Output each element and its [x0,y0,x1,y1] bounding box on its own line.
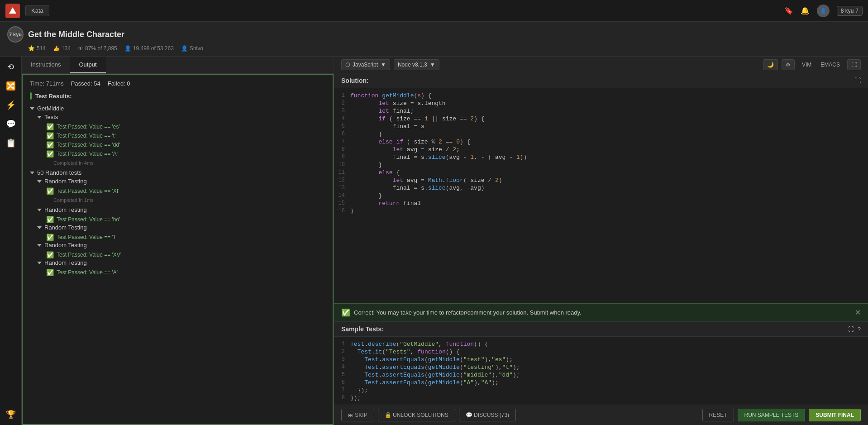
logo[interactable] [5,4,20,18]
sidebar-icon-docs[interactable]: 📋 [6,138,16,148]
code-line: 12 let avg = Math.floor( size / 2) [334,177,868,184]
vim-emacs-toggle: VIM EMACS [798,59,844,70]
settings-button[interactable]: ⚙ [782,59,795,70]
test-item-label: Test Passed: Value == 'es' [57,124,120,130]
fullscreen-button[interactable]: ⛶ [847,59,861,70]
random-subgroup-1: Random Testing ✅ Test Passed: Value == '… [30,178,325,203]
tabs: Instructions Output [22,57,334,74]
close-banner-button[interactable]: ✕ [855,308,861,317]
random-header[interactable]: 50 Random tests [30,169,325,176]
help-icon[interactable]: ? [858,326,861,333]
unlock-solutions-button[interactable]: 🔒 UNLOCK SOLUTIONS [378,409,455,421]
sidebar-icon-flash[interactable]: ⚡ [6,100,16,110]
random-subgroup-4: Random Testing ✅ Test Passed: Value == '… [30,242,325,259]
triangle-down-icon [30,107,34,110]
code-editor[interactable]: 1 function getMiddle(s) { 2 let size = s… [334,88,868,303]
sidebar-icon-kata[interactable]: ⟲ [7,62,14,72]
sidebar-icon-trophy[interactable]: 🏆 [6,410,16,420]
language-selector[interactable]: ⬡ JavaScript ▼ [341,59,390,70]
random-testing-header-2[interactable]: Random Testing [37,206,325,213]
test-item-label: Test Passed: Value == 'ho' [57,216,120,223]
sample-code-line: 6 Test.assertEquals(getMiddle("A"),"A"); [334,379,868,387]
sidebar-icon-train[interactable]: 🔀 [6,81,16,91]
getmiddle-header[interactable]: GetMiddle [30,105,325,112]
submit-final-button[interactable]: SUBMIT FINAL [809,409,861,421]
rank-badge: 8 kyu 7 [837,6,863,16]
code-line: 10 } [334,161,868,169]
sample-code-editor[interactable]: 1 Test.describe("GetMiddle", function() … [334,337,868,405]
random-testing-header-4[interactable]: Random Testing [37,242,325,248]
test-item: ✅ Test Passed: Value == 'es' [37,122,325,131]
test-item-label: Test Passed: Value == 't' [57,133,115,139]
run-sample-tests-button[interactable]: RUN SAMPLE TESTS [738,409,806,421]
reset-button[interactable]: RESET [702,409,734,421]
check-icon: ✅ [46,187,54,195]
bell-icon[interactable]: 🔔 [801,6,810,15]
completed-label: Completed in 1ms [37,197,325,203]
bookmark-icon[interactable]: 🔖 [784,6,793,15]
test-group-getmiddle: GetMiddle Tests ✅ Test Passed: Value == … [30,105,325,166]
theme-toggle-button[interactable]: 🌙 [763,59,778,70]
author-meta: 👤 Shivo [181,45,203,52]
sidebar-icon-chat[interactable]: 💬 [6,119,16,129]
sample-code-line: 1 Test.describe("GetMiddle", function() … [334,340,868,348]
test-item: ✅ Test Passed: Value == 'A' [37,149,325,158]
sample-code-line: 5 Test.assertEquals(getMiddle("middle"),… [334,371,868,379]
random-testing-label-2: Random Testing [44,206,87,213]
triangle-down-icon [30,172,34,174]
completed-label: Completed in 4ms [37,160,325,166]
stars-meta: ⭐ 514 [28,45,46,52]
triangle-down-icon [37,244,42,247]
triangle-down-icon [37,209,42,211]
triangle-down-icon [37,262,42,264]
expand-icon[interactable]: ⛶ [854,77,861,84]
test-item: ✅ Test Passed: Value == 'dd' [37,140,325,149]
random-subgroup-2: Random Testing ✅ Test Passed: Value == '… [30,206,325,224]
editor-toolbar: ⬡ JavaScript ▼ Node v8.1.3 ▼ 🌙 ⚙ VIM EMA… [334,57,868,73]
completion-meta: 👁 87% of 7,895 [78,45,117,52]
random-testing-label: Random Testing [44,178,87,185]
failed-label: Failed: 0 [108,80,130,87]
random-testing-header-5[interactable]: Random Testing [37,259,325,266]
emacs-button[interactable]: EMACS [817,60,844,70]
code-line: 5 final = s [334,123,868,130]
solution-title: Solution: [341,77,369,84]
code-line: 1 function getMiddle(s) { [334,92,868,100]
code-line: 11 else { [334,169,868,177]
check-icon: ✅ [46,123,54,130]
test-time-bar: Time: 711ms Passed: 54 Failed: 0 [30,80,325,87]
tab-output[interactable]: Output [70,57,105,73]
sample-tests-title: Sample Tests: [341,325,384,333]
test-item-label: Test Passed: Value == 'dd' [57,142,120,148]
triangle-down-icon [37,116,42,119]
random-testing-header[interactable]: Random Testing [37,178,325,185]
passed-label: Passed: 54 [71,80,100,87]
tab-instructions[interactable]: Instructions [22,57,70,73]
random-testing-header-3[interactable]: Random Testing [37,224,325,231]
random-testing-label-3: Random Testing [44,224,87,231]
language-label: JavaScript [353,62,378,68]
avatar[interactable]: 👤 [817,5,830,17]
skip-button[interactable]: ⏭ SKIP [341,409,374,421]
vim-button[interactable]: VIM [798,60,815,70]
svg-marker-0 [9,7,16,14]
test-item: ✅ Test Passed: Value == 't' [37,131,325,140]
tests-header[interactable]: Tests [37,114,325,120]
code-line: 3 let final; [334,107,868,115]
sample-code-line: 7 }); [334,387,868,394]
sample-tests-header: Sample Tests: ⛶ ? [334,321,868,337]
chevron-down-icon: ▼ [430,62,435,68]
random-label: 50 Random tests [37,169,81,176]
discuss-button[interactable]: 💬 DISCUSS (73) [459,409,516,421]
check-icon: ✅ [46,132,54,139]
left-panel: Instructions Output Time: 711ms Passed: … [22,57,334,425]
node-selector[interactable]: Node v8.1.3 ▼ [394,59,439,70]
check-icon: ✅ [46,269,54,276]
expand-sample-icon[interactable]: ⛶ [848,326,854,333]
test-results-header: Test Results: [30,92,325,100]
kata-tab[interactable]: Kata [25,5,49,16]
triangle-down-icon [37,226,42,229]
tests-subgroup: Tests ✅ Test Passed: Value == 'es' ✅ Tes… [30,114,325,166]
random-subgroup-3: Random Testing ✅ Test Passed: Value == '… [30,224,325,242]
solution-header: Solution: ⛶ [334,73,868,88]
